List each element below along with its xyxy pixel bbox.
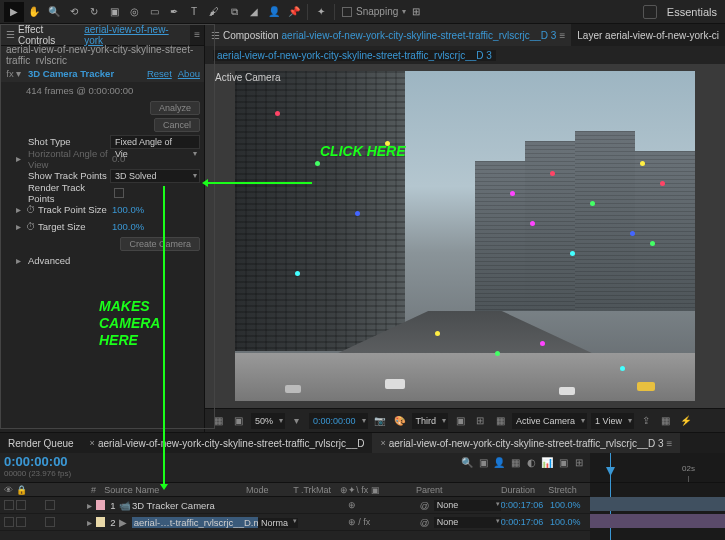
- effect-name[interactable]: 3D Camera Tracker: [26, 68, 147, 79]
- layer-color[interactable]: [96, 517, 105, 527]
- col-trkmat[interactable]: T .TrkMat: [293, 485, 340, 495]
- solo-toggle[interactable]: [16, 500, 26, 510]
- guides-icon[interactable]: ▦: [492, 413, 508, 429]
- layer-duration[interactable]: 0:00:17:06: [501, 500, 550, 510]
- current-time[interactable]: 0:00:00:00: [4, 454, 68, 469]
- layer-name[interactable]: aerial-…t-traffic_rvlscrjc__D.mp4: [132, 517, 258, 528]
- layer-row-2[interactable]: ▸ 2 ▶ aerial-…t-traffic_rvlscrjc__D.mp4 …: [0, 514, 590, 531]
- tab-comp-1[interactable]: × aerial-view-of-new-york-city-skyline-s…: [82, 433, 373, 453]
- composition-viewer[interactable]: Active Camera: [205, 64, 725, 408]
- clone-tool[interactable]: ⧉: [224, 2, 244, 22]
- parent-dropdown[interactable]: None: [434, 517, 501, 528]
- brush-tool[interactable]: 🖌: [204, 2, 224, 22]
- col-source-name[interactable]: Source Name: [104, 485, 246, 495]
- layer-bar-1[interactable]: [590, 497, 725, 511]
- camera-tool[interactable]: ▣: [104, 2, 124, 22]
- tab-link[interactable]: aerial-view-of-new-york: [84, 24, 184, 46]
- mode-dropdown[interactable]: Norma: [258, 518, 298, 528]
- col-parent[interactable]: Parent: [416, 485, 501, 495]
- share-icon[interactable]: ⇪: [638, 413, 654, 429]
- time-display[interactable]: 0:00:00:00: [309, 413, 368, 429]
- col-stretch[interactable]: Stretch: [548, 485, 586, 495]
- panel-menu-icon[interactable]: ☰: [6, 29, 15, 40]
- eraser-tool[interactable]: ◢: [244, 2, 264, 22]
- grid-icon[interactable]: ⊞: [472, 413, 488, 429]
- layer-duration[interactable]: 0:00:17:06: [501, 517, 550, 527]
- puppet-tool[interactable]: 📌: [284, 2, 304, 22]
- target-size-value[interactable]: 100.0%: [112, 221, 200, 232]
- selection-tool[interactable]: ▶: [4, 2, 24, 22]
- pen-tool[interactable]: ✒: [164, 2, 184, 22]
- reset-link[interactable]: Reset: [147, 68, 172, 79]
- tab-comp-2[interactable]: × aerial-view-of-new-york-city-skyline-s…: [372, 433, 680, 453]
- layer-name[interactable]: 3D Tracker Camera: [132, 500, 258, 511]
- comp-icon[interactable]: ▣: [476, 455, 490, 469]
- render-pts-checkbox[interactable]: [114, 188, 124, 198]
- layer-stretch[interactable]: 100.0%: [550, 500, 586, 510]
- search-button[interactable]: [643, 5, 657, 19]
- camera-dropdown[interactable]: Active Camera: [512, 413, 587, 429]
- snapping-toggle[interactable]: Snapping ▾: [342, 6, 406, 17]
- close-icon[interactable]: ×: [90, 438, 95, 448]
- eye-icon[interactable]: 👁: [4, 485, 13, 495]
- chevron-down-icon[interactable]: ▾: [289, 413, 305, 429]
- twirl-right-icon[interactable]: ▸: [87, 517, 96, 528]
- tab-composition[interactable]: ☰ Composition aerial-view-of-new-york-ci…: [205, 24, 571, 46]
- graph-icon[interactable]: 📊: [540, 455, 554, 469]
- twirl-right-icon[interactable]: ▸: [87, 500, 96, 511]
- stopwatch-icon[interactable]: ⏱: [26, 221, 36, 232]
- pt-size-value[interactable]: 100.0%: [112, 204, 200, 215]
- col-mode[interactable]: Mode: [246, 485, 293, 495]
- effect-title-row[interactable]: fx ▾ 3D Camera Tracker Reset Abou: [0, 64, 204, 82]
- zoom-dropdown[interactable]: 50%: [251, 413, 285, 429]
- roi-icon[interactable]: ▣: [452, 413, 468, 429]
- motion-blur-icon[interactable]: ◐: [524, 455, 538, 469]
- analyze-button[interactable]: Analyze: [150, 101, 200, 115]
- snapshot-icon[interactable]: 📷: [372, 413, 388, 429]
- alpha-icon[interactable]: ▦: [211, 413, 227, 429]
- dropdown-icon[interactable]: ▣: [231, 413, 247, 429]
- pixel-aspect-icon[interactable]: ▦: [658, 413, 674, 429]
- solo-toggle[interactable]: [16, 517, 26, 527]
- shape-tool[interactable]: ▭: [144, 2, 164, 22]
- layer-row-1[interactable]: ▸ 1 📹 3D Tracker Camera ⊕ @None 0:00:17:…: [0, 497, 590, 514]
- lock-toggle[interactable]: [45, 517, 55, 527]
- cancel-button[interactable]: Cancel: [154, 118, 200, 132]
- show-pts-dropdown[interactable]: 3D Solved: [110, 169, 200, 183]
- layer-bar-2[interactable]: [590, 514, 725, 528]
- shot-type-dropdown[interactable]: Fixed Angle of Vie: [110, 135, 200, 149]
- search-icon[interactable]: 🔍: [460, 455, 474, 469]
- col-duration[interactable]: Duration: [501, 485, 548, 495]
- pickwhip-icon[interactable]: @: [420, 500, 432, 511]
- frame-blend-icon[interactable]: ▦: [508, 455, 522, 469]
- fx-icon[interactable]: fx: [4, 68, 16, 79]
- shy-icon[interactable]: 👤: [492, 455, 506, 469]
- orbit-tool[interactable]: ⟲: [64, 2, 84, 22]
- local-axis-icon[interactable]: ✦: [311, 2, 331, 22]
- twirl-right-icon[interactable]: ▸: [16, 153, 26, 164]
- twirl-right-icon[interactable]: ▸: [16, 204, 26, 215]
- checkbox-icon[interactable]: [342, 7, 352, 17]
- panel-menu-icon[interactable]: ☰: [211, 30, 220, 41]
- snap-icon[interactable]: ⊞: [572, 455, 586, 469]
- tab-render-queue[interactable]: Render Queue: [0, 433, 82, 453]
- parent-dropdown[interactable]: None: [434, 500, 501, 511]
- comp-menu-icon[interactable]: ≡: [559, 30, 565, 41]
- close-icon[interactable]: ×: [380, 438, 385, 448]
- lock-toggle[interactable]: [45, 500, 55, 510]
- type-tool[interactable]: T: [184, 2, 204, 22]
- pan-behind-tool[interactable]: ◎: [124, 2, 144, 22]
- advanced-row[interactable]: ▸ Advanced: [0, 252, 204, 269]
- timeline-right[interactable]: [590, 453, 725, 540]
- pickwhip-icon[interactable]: @: [420, 517, 432, 528]
- twirl-right-icon[interactable]: ▸: [16, 255, 26, 266]
- zoom-tool[interactable]: 🔍: [44, 2, 64, 22]
- layer-stretch[interactable]: 100.0%: [550, 517, 586, 527]
- tab-effect-controls[interactable]: ☰ Effect Controls aerial-view-of-new-yor…: [0, 24, 190, 45]
- stopwatch-icon[interactable]: ⏱: [26, 204, 36, 215]
- resolution-dropdown[interactable]: Third: [412, 413, 449, 429]
- about-link[interactable]: Abou: [178, 68, 200, 79]
- eye-toggle[interactable]: [4, 500, 14, 510]
- roto-tool[interactable]: 👤: [264, 2, 284, 22]
- tab-link[interactable]: aerial-view-of-new-york-city-skyline-str…: [282, 30, 557, 41]
